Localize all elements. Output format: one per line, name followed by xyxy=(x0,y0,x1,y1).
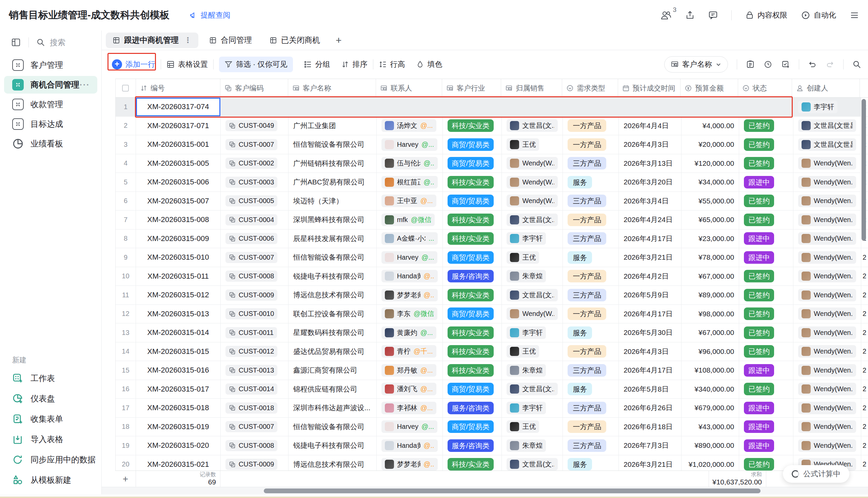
cell-deal-date[interactable]: 2026年6月18日 xyxy=(619,418,682,436)
sales-chip[interactable]: 李宇轩 xyxy=(507,232,546,245)
cell-industry[interactable]: 科技/实业类 xyxy=(443,455,502,471)
cell-customer-code[interactable]: CUST-0011 xyxy=(221,324,289,342)
cell-demand-type[interactable]: 服务 xyxy=(563,324,619,342)
cell-creator[interactable]: Wendy(Wen... xyxy=(793,380,861,399)
new-item-2[interactable]: 仪表盘 xyxy=(0,389,101,409)
column-header-1[interactable]: 编号 xyxy=(136,79,220,97)
cell-sales[interactable]: 朱章煌 xyxy=(502,267,563,286)
cell-deal-date[interactable]: 2026年4月17日 xyxy=(619,230,682,248)
sidebar-item-1[interactable]: 客户管理 xyxy=(4,56,97,74)
creator-chip[interactable]: Wendy(Wen... xyxy=(798,289,856,301)
cell-contact[interactable]: 根红苗正@.. xyxy=(377,173,443,192)
cell-sales[interactable]: 王优 xyxy=(502,342,563,361)
cell-customer-code[interactable]: CUST-0018 xyxy=(221,399,289,417)
cell-status[interactable]: 已签约 xyxy=(739,211,793,229)
tab-1[interactable]: 跟进中商机管理⋮ xyxy=(106,32,198,48)
cell-deal-date[interactable]: 2026年4月4日 xyxy=(619,117,682,135)
cell-demand-type[interactable] xyxy=(563,97,619,116)
cell-contact[interactable]: Handa黄@.. xyxy=(377,436,443,455)
cell-amount[interactable]: ¥1,020,000.00 xyxy=(682,455,739,471)
contact-chip[interactable]: 王中亚@... xyxy=(381,195,436,207)
contact-chip[interactable]: 根红苗正@.. xyxy=(381,176,438,188)
cell-deal-date[interactable]: 2026年3月4日 xyxy=(619,192,682,211)
cell-creator[interactable]: Wendy(Wen... xyxy=(793,305,861,324)
cell-id[interactable]: XM-20260315-020 xyxy=(136,436,221,455)
cell-creator[interactable]: 文世昌(文世昌) xyxy=(793,117,861,135)
contact-chip[interactable]: 青柠@千... xyxy=(381,345,436,358)
permission-button[interactable]: 内容权限 xyxy=(745,10,787,20)
cell-amount[interactable]: ¥120,000.00 xyxy=(682,154,739,173)
history-icon[interactable] xyxy=(764,60,772,69)
search-input[interactable]: 搜索 xyxy=(36,37,65,48)
undo-icon[interactable] xyxy=(808,60,817,69)
cell-amount[interactable]: ¥108,000.00 xyxy=(682,361,739,380)
cell-company[interactable]: 联创工控设备有限公司 xyxy=(289,305,377,324)
cell-amount[interactable]: ¥340,000.00 xyxy=(682,380,739,399)
sales-chip[interactable]: 文世昌(文... xyxy=(507,119,558,132)
customer-code-chip[interactable]: CUST-0002 xyxy=(225,158,278,169)
cell-demand-type[interactable]: 一方产品 xyxy=(563,117,619,135)
cell-deal-date[interactable]: 2026年4月3日 xyxy=(619,342,682,361)
cell-customer-code[interactable]: CUST-0009 xyxy=(221,286,289,304)
customer-code-chip[interactable]: CUST-0007 xyxy=(225,252,278,263)
cell-creator[interactable]: Wendy(Wen... xyxy=(793,324,861,342)
cell-company[interactable]: 广州ABC贸易有限公司 xyxy=(289,173,377,192)
cell-creator[interactable]: Wendy(Wen... xyxy=(793,248,861,267)
customer-code-chip[interactable]: CUST-0004 xyxy=(225,214,278,225)
creator-chip[interactable]: Wendy(Wen... xyxy=(798,420,856,433)
customer-code-chip[interactable]: CUST-0008 xyxy=(225,440,278,451)
cell-sales[interactable]: 文世昌(文... xyxy=(502,211,563,229)
column-header-5[interactable]: 客户行业 xyxy=(442,79,501,97)
cell-demand-type[interactable]: 一方产品 xyxy=(563,135,619,154)
cell-contact[interactable]: mfk@微信 xyxy=(377,211,443,229)
cell-id[interactable]: XM-20260315-008 xyxy=(136,211,221,229)
new-item-4[interactable]: 导入表格 xyxy=(0,429,101,449)
cell-deal-date[interactable]: 2026年5月30日 xyxy=(619,324,682,342)
cell-creator[interactable]: Wendy(Wen... xyxy=(793,154,861,173)
cell-industry[interactable]: 商贸/贸易类 xyxy=(443,380,502,399)
cell-status[interactable]: 跟进中 xyxy=(739,230,793,248)
cell-industry[interactable]: 科技/实业类 xyxy=(443,230,502,248)
sidebar-item-3[interactable]: 收款管理 xyxy=(4,96,97,113)
cell-sales[interactable]: 王优 xyxy=(502,418,563,436)
cell-sales[interactable]: Wendy(W... xyxy=(502,305,563,324)
customer-code-chip[interactable]: CUST-0007 xyxy=(225,421,278,432)
footer-add-row-button[interactable]: + xyxy=(115,471,136,487)
cell-sales[interactable]: 李宇轩 xyxy=(502,399,563,417)
sales-chip[interactable]: 文世昌(文... xyxy=(507,383,558,395)
customer-code-chip[interactable]: CUST-0049 xyxy=(225,120,278,131)
cell-status[interactable]: 跟进中 xyxy=(739,173,793,192)
cell-industry[interactable]: 科技/实业类 xyxy=(443,361,502,380)
cell-id[interactable]: XM-20260315-016 xyxy=(136,361,221,380)
cell-deal-date[interactable]: 2026年4月17日 xyxy=(619,361,682,380)
cell-creator[interactable]: Wendy(Wen... xyxy=(793,173,861,192)
cell-company[interactable]: 深圳黑蜂科技有限公司 xyxy=(289,211,377,229)
cell-customer-code[interactable]: CUST-0004 xyxy=(221,211,289,229)
new-item-3[interactable]: 收集表单 xyxy=(0,409,101,429)
sales-chip[interactable]: 王优 xyxy=(507,345,539,358)
cell-sales[interactable]: 朱章煌 xyxy=(502,436,563,455)
sales-chip[interactable]: 王优 xyxy=(507,420,539,433)
cell-id[interactable]: XM-20260315-010 xyxy=(136,248,221,267)
cell-deal-date[interactable]: 2026年3月20日 xyxy=(619,173,682,192)
cell-amount[interactable]: ¥98,000.00 xyxy=(682,305,739,324)
cell-creator[interactable]: Wendy(Wen... xyxy=(793,230,861,248)
cell-industry[interactable]: 科技/实业类 xyxy=(443,117,502,135)
new-item-6[interactable]: 从模板新建 xyxy=(0,470,101,490)
cell-id[interactable]: XM-20260315-017 xyxy=(136,380,221,399)
customer-code-chip[interactable]: CUST-0008 xyxy=(225,271,278,282)
cell-customer-code[interactable]: CUST-0008 xyxy=(221,436,289,455)
cell-status[interactable] xyxy=(739,97,793,116)
cell-id[interactable]: XM-20260315-015 xyxy=(136,342,221,361)
customer-code-chip[interactable]: CUST-0010 xyxy=(225,308,278,319)
cell-deal-date[interactable]: 2026年4月17日 xyxy=(619,305,682,324)
creator-chip[interactable]: 文世昌(文世昌) xyxy=(798,119,856,132)
cell-company[interactable]: 恒信智能设备有限公司 xyxy=(289,135,377,154)
cell-deal-date[interactable]: 2026年5月8日 xyxy=(619,380,682,399)
contact-chip[interactable]: 汤烨文@... xyxy=(381,119,436,132)
cell-status[interactable]: 已签约 xyxy=(739,154,793,173)
column-header-3[interactable]: 客户名称 xyxy=(288,79,376,97)
customer-code-chip[interactable]: CUST-0012 xyxy=(225,346,278,357)
column-header-2[interactable]: 客户编码 xyxy=(220,79,288,97)
cell-id[interactable]: XM-20260315-013 xyxy=(136,305,221,324)
